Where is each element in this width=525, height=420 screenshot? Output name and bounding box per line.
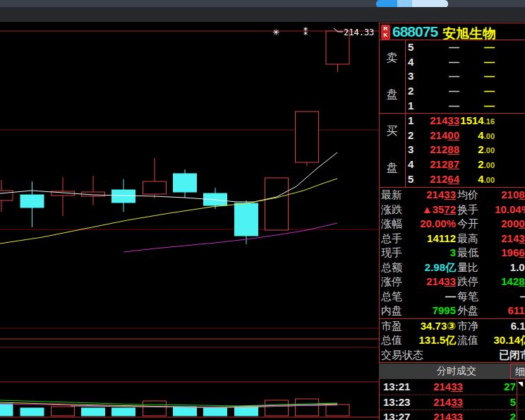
stat-value: — [445, 289, 456, 304]
candle-down [112, 190, 135, 203]
underlined-decimals: 61 [519, 246, 525, 258]
badge-k: K [381, 32, 390, 38]
underlined-decimals: 33 [444, 275, 456, 287]
bottom-tab-bar: 分时成交 细 [379, 364, 525, 379]
stock-title: R K 688075 安旭生物 [379, 23, 525, 40]
underlined-decimals: 33 [451, 411, 463, 420]
stat-row: 总手14112最高21433 [379, 232, 525, 246]
tab-time-sales[interactable]: 分时成交 [421, 365, 492, 378]
stat-value: 2.98亿 [425, 260, 456, 275]
stat-row: 最新21433均价21086 [379, 188, 525, 203]
order-level: 3 [408, 143, 414, 157]
order-price: — [449, 69, 459, 84]
stat-value: 21433 [501, 232, 525, 246]
buy-order-book: 1214331514.162214004.003212882.004212872… [405, 114, 525, 186]
volume-decimals: .00 [484, 161, 495, 169]
stat-label: 流值 [457, 333, 478, 348]
candle-down [20, 195, 44, 208]
sell-order-book: 5——4——3——2——1—— [405, 40, 525, 113]
volume-bar [174, 407, 197, 416]
stat-value: 14112 [427, 232, 456, 246]
volume-bar [52, 407, 75, 416]
underlined-decimals: 89 [519, 275, 525, 287]
stat-label: 交易状态 [381, 348, 423, 363]
sell-row-2[interactable]: 2—— [405, 84, 525, 99]
stat-value: 21086 [501, 188, 525, 203]
stat-value: 6.11 [511, 319, 525, 334]
order-volume: — [484, 40, 495, 55]
underlined-decimals: 87 [447, 158, 459, 170]
buy-row-3[interactable]: 3212882.00 [405, 143, 525, 157]
underlined-decimals: 00 [519, 217, 525, 229]
stat-label: 今开 [457, 217, 478, 232]
buy-row-1[interactable]: 1214331514.16 [405, 114, 525, 128]
buy-row-2[interactable]: 2214004.00 [405, 128, 525, 143]
stat-value: 14289 [501, 275, 525, 289]
volume-decimals: .00 [484, 132, 495, 140]
stat-row: 交易状态已闭市 [379, 348, 525, 363]
order-volume: — [484, 55, 495, 70]
underlined-decimals: 33 [519, 232, 525, 244]
tab-detail-button[interactable]: 细 [510, 364, 525, 379]
tape-time: 13:27 [383, 410, 410, 420]
time-sales-list: 13:21214332713:2321433513:27214332 [379, 380, 525, 420]
sell-row-5[interactable]: 5—— [405, 40, 525, 55]
stat-label: 最低 [457, 246, 478, 260]
order-volume: 2.00 [478, 143, 495, 158]
candle-down [235, 203, 258, 236]
tape-price: 21433 [428, 410, 468, 420]
candle-up [143, 181, 167, 194]
stat-label: 最高 [457, 232, 478, 246]
volume-bar [235, 407, 258, 416]
stat-value: 6117 [507, 304, 525, 318]
sell-row-4[interactable]: 4—— [405, 55, 525, 70]
stat-value: 30.14亿 [493, 333, 525, 348]
stat-value: 7995 [433, 304, 456, 318]
tape-volume: 27 [504, 380, 516, 395]
kline-chart[interactable]: ✳⁑214.33 [0, 22, 379, 420]
tape-time: 13:21 [383, 380, 410, 395]
volume-bar [82, 408, 105, 416]
underlined-decimals: 00 [447, 129, 459, 141]
tape-volume: 2 [510, 410, 516, 420]
underlined-decimals: 33 [447, 114, 459, 126]
window-title-bar [0, 7, 525, 22]
buy-row-4[interactable]: 4212872.00 [405, 157, 525, 172]
stat-label: 总额 [381, 260, 402, 275]
stock-code: 688075 [392, 23, 438, 40]
order-level: 2 [408, 84, 414, 99]
order-price: — [449, 99, 459, 114]
tape-volume: 5 [510, 395, 516, 410]
underlined-decimals: 33 [444, 188, 456, 200]
volume-bar [112, 408, 135, 416]
order-price: 21400 [430, 128, 459, 143]
candle-up [0, 191, 13, 200]
buy-row-5[interactable]: 5212644.00 [405, 172, 525, 187]
tape-price: 21433 [428, 395, 468, 410]
stat-value: 21433 [426, 188, 456, 203]
limit-price-label: 214.33 [344, 28, 374, 37]
stat-value: ▲3572 [422, 203, 456, 217]
ma-line-magenta [123, 223, 337, 252]
chart-mark-icon: ✳ [272, 28, 279, 37]
sell-row-1[interactable]: 1—— [405, 99, 525, 114]
tape-row[interactable]: 13:212143327 [379, 380, 525, 395]
tape-row[interactable]: 13:27214332 [379, 410, 525, 420]
stat-value: 20.00% [420, 217, 456, 232]
badge-r: R [381, 25, 390, 32]
scroll-up-icon[interactable]: ◥ [518, 381, 523, 388]
stat-label: 跌停 [457, 275, 478, 289]
sell-label-char: 卖 [387, 51, 398, 66]
sell-row-3[interactable]: 3—— [405, 69, 525, 84]
sell-label-char: 盘 [387, 88, 398, 102]
stat-row: 现手3最低19661 [379, 246, 525, 260]
tape-price: 21433 [428, 380, 468, 395]
tape-row[interactable]: 13:23214335 [379, 395, 525, 411]
volume-decimals: .00 [484, 176, 495, 184]
stat-row: 总额2.98亿量比1.03 [379, 260, 525, 275]
order-price: 21264 [430, 172, 459, 187]
underlined-decimals: 33 [451, 380, 463, 392]
stat-label: 外盘 [457, 304, 478, 318]
stat-label: 最新 [381, 188, 402, 203]
order-level: 1 [408, 114, 414, 128]
